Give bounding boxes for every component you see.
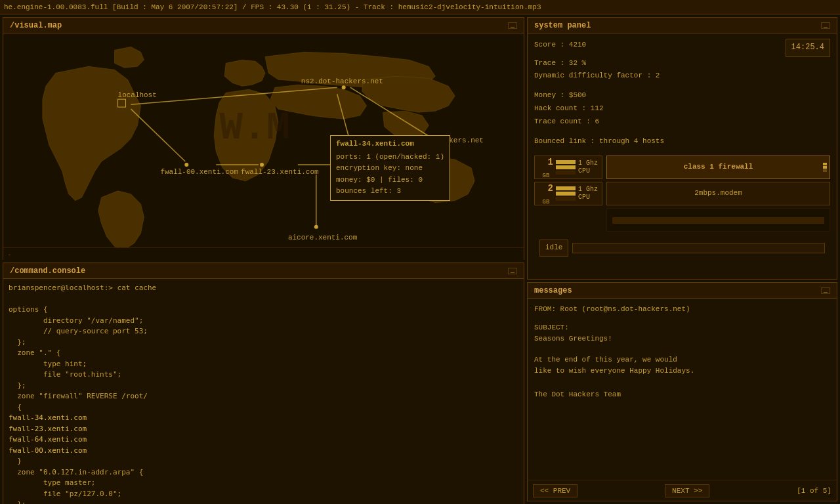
tooltip-bounces: bounces left: 3 <box>336 186 444 198</box>
node-localhost-label: localhost <box>118 91 157 99</box>
hw-slot2-cpu: 1 Ghz CPU <box>578 186 598 201</box>
firewall-label: class 1 firewall <box>684 161 753 174</box>
system-panel-title: system panel <box>534 21 591 30</box>
messages-counter: [1 of 5] <box>797 487 831 495</box>
node-fwall23-label: fwall-23.xenti.com <box>241 168 319 176</box>
console-text: brianspencer@localhost:> cat cache optio… <box>9 283 518 504</box>
map-bottom-bar: - <box>3 247 524 261</box>
system-money: Money : $500 <box>534 89 830 102</box>
status-label: idle <box>539 240 568 257</box>
visual-map-header: /visual.map _ <box>3 18 524 33</box>
status-progress <box>572 243 825 253</box>
title-text: he.engine-1.00.0083.full [Build : May 6 … <box>4 3 541 11</box>
node-aicore-dot[interactable] <box>314 225 318 229</box>
hw-slot1-unit: GB <box>543 171 550 181</box>
hw-slot2-gb: 2 <box>539 180 553 197</box>
node-ns2-label: ns2.dot-hackers.net <box>301 77 383 85</box>
messages-prev-button[interactable]: << PREV <box>533 484 578 497</box>
system-panel-header: system panel _ <box>528 18 837 33</box>
messages-title: messages <box>534 286 572 295</box>
map-content: localhost ns2.dot-hackers.net ns.dot-hac… <box>3 33 524 261</box>
system-content: Score : 4210 14:25.4 Trace : 32 % Dynami… <box>528 33 837 264</box>
messages-subject-value: Seasons Greetings! <box>534 333 830 345</box>
status-bar: idle <box>534 237 830 259</box>
messages-header: messages _ <box>528 283 837 299</box>
console-content[interactable]: brianspencer@localhost:> cat cache optio… <box>3 279 524 504</box>
messages-panel: messages _ FROM: Root (root@ns.dot-hacke… <box>527 282 837 501</box>
system-trace: Trace : 32 % <box>534 57 830 70</box>
visual-map-minimize[interactable]: _ <box>508 22 517 29</box>
tooltip-title: fwall-34.xenti.com <box>336 138 444 150</box>
system-bounced: Bounced link : through 4 hosts <box>534 135 830 148</box>
hw-slot-1: 1 GB 1 Ghz CPU <box>534 156 602 179</box>
command-console-header: /command.console _ <box>3 263 524 279</box>
visual-map-panel: /visual.map _ <box>3 17 524 260</box>
node-fwall00-dot[interactable] <box>184 163 188 167</box>
hw-slot1-cpu: 1 Ghz CPU <box>578 159 598 175</box>
messages-minimize[interactable]: _ <box>821 287 830 294</box>
system-time: 14:25.4 <box>786 39 830 57</box>
system-panel-minimize[interactable]: _ <box>821 22 830 29</box>
system-difficulty: Dynamic difficulty factor : 2 <box>534 70 830 83</box>
watermark: W.M <box>219 106 290 150</box>
node-fwall00-label: fwall-00.xenti.com <box>160 168 238 176</box>
command-console-minimize[interactable]: _ <box>508 268 517 274</box>
visual-map-title: /visual.map <box>10 21 62 30</box>
tooltip-ports: ports: 1 (open/hacked: 1) <box>336 152 444 163</box>
node-fwall23-dot[interactable] <box>260 163 264 167</box>
hw-slot2-unit: GB <box>543 197 550 207</box>
messages-nav: << PREV NEXT >> [1 of 5] <box>528 480 837 501</box>
map-bottom-text: - <box>7 251 12 259</box>
hw-slot2-bars <box>556 186 576 201</box>
messages-subject-label: SUBJECT: <box>534 322 830 334</box>
system-score: Score : 4210 <box>534 39 586 52</box>
command-console-panel: /command.console _ brianspencer@localhos… <box>3 262 524 504</box>
hardware-section: 1 GB 1 Ghz CPU <box>534 156 830 232</box>
messages-next-button[interactable]: NEXT >> <box>665 484 709 497</box>
hw-slot1-gb: 1 <box>539 154 553 171</box>
messages-from: FROM: Root (root@ns.dot-hackers.net) <box>534 304 830 316</box>
hw-slots: 1 GB 1 Ghz CPU <box>534 156 602 232</box>
system-panel: system panel _ Score : 4210 14:25.4 Trac… <box>527 17 837 280</box>
tooltip-money: money: $0 | files: 0 <box>336 175 444 186</box>
modem-label: 2mbps.modem <box>694 187 742 200</box>
fw-indicator <box>823 163 827 172</box>
hw-empty-slot <box>606 208 830 232</box>
system-hack-count: Hack count : 112 <box>534 102 830 116</box>
firewall-button[interactable]: class 1 firewall <box>606 156 830 179</box>
node-aicore-label: aicore.xenti.com <box>288 234 358 242</box>
command-console-title: /command.console <box>10 266 85 276</box>
system-score-row: Score : 4210 14:25.4 <box>534 39 830 57</box>
node-ns2-dot[interactable] <box>342 85 346 89</box>
hw-slot1-bars <box>556 160 576 175</box>
tooltip-encryption: encryption key: none <box>336 163 444 175</box>
map-tooltip: fwall-34.xenti.com ports: 1 (open/hacked… <box>330 135 450 201</box>
system-trace-count: Trace count : 6 <box>534 116 830 129</box>
title-bar: he.engine-1.00.0083.full [Build : May 6 … <box>0 0 840 14</box>
hw-slot-2: 2 GB 1 Ghz CPU <box>534 182 602 205</box>
hw-components: class 1 firewall 2mbps.modem <box>606 156 830 232</box>
modem-button[interactable]: 2mbps.modem <box>606 182 830 205</box>
messages-content: FROM: Root (root@ns.dot-hackers.net) SUB… <box>528 299 837 480</box>
messages-body: At the end of this year, we would like t… <box>534 354 830 400</box>
